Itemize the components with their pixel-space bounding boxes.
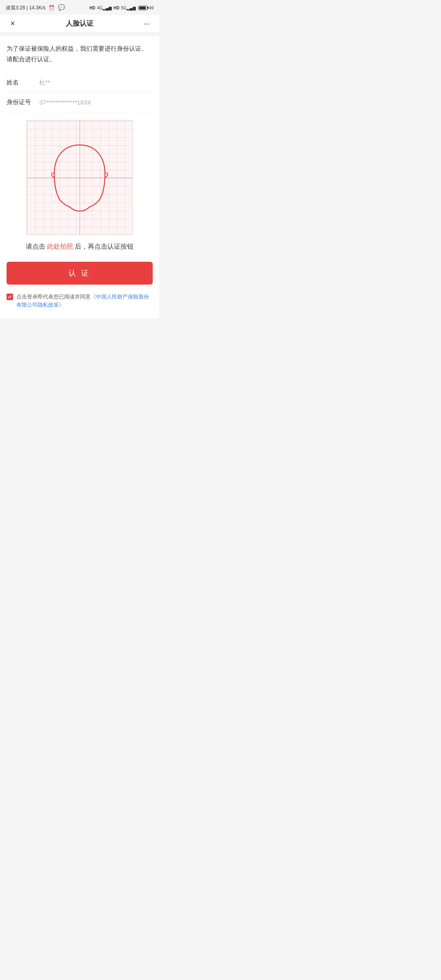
network-hd-left: HD xyxy=(89,6,95,10)
id-field-row: 身份证号 37*************183X xyxy=(7,93,153,112)
network-hd-right: HD xyxy=(114,6,119,10)
privacy-checkbox[interactable] xyxy=(7,294,13,300)
more-button[interactable]: ··· xyxy=(140,19,153,28)
bottom-spacer xyxy=(0,318,159,335)
name-field-row: 姓名 杜** xyxy=(7,73,153,93)
signal-4g: 4G▂▄▆ xyxy=(97,6,112,10)
battery-icon xyxy=(138,6,147,10)
face-scan-container[interactable] xyxy=(7,120,153,235)
auth-button[interactable]: 认 证 xyxy=(7,262,153,285)
intro-text: 为了保证被保险人的权益，我们需要进行身份认证。请配合进行认证。 xyxy=(7,43,153,64)
photo-link[interactable]: 此处拍照 xyxy=(47,243,73,250)
face-outline-icon xyxy=(47,137,112,218)
nav-bar: × 人脸认证 ··· xyxy=(0,15,159,33)
main-content: 为了保证被保险人的权益，我们需要进行身份认证。请配合进行认证。 姓名 杜** 身… xyxy=(0,36,159,318)
status-bar: 凌晨3:28 | 14.3K/s ⏰ 💬 HD 4G▂▄▆ HD 5G▂▄▆ 4… xyxy=(0,0,159,15)
clock-icon: ⏰ xyxy=(49,5,55,11)
signal-5g: 5G▂▄▆ xyxy=(121,6,136,10)
privacy-prefix: 点击登录即代表您已阅读并同意 xyxy=(16,294,91,300)
battery-percent: 49 xyxy=(149,6,154,10)
instruction-suffix: 后，再点击认证按钮 xyxy=(73,243,134,250)
page-title: 人脸认证 xyxy=(66,19,94,28)
status-right: HD 4G▂▄▆ HD 5G▂▄▆ 49 xyxy=(89,6,154,10)
privacy-row: 点击登录即代表您已阅读并同意《中国人民财产保险股份有限公司隐私政策》 xyxy=(7,291,153,312)
checkmark-icon xyxy=(8,295,12,299)
status-time: 凌晨3:28 xyxy=(6,5,25,11)
status-speed-value: 14.3K/s xyxy=(29,5,46,11)
id-label: 身份证号 xyxy=(7,98,39,106)
status-time-speed: 凌晨3:28 | 14.3K/s ⏰ 💬 xyxy=(6,4,65,11)
privacy-text: 点击登录即代表您已阅读并同意《中国人民财产保险股份有限公司隐私政策》 xyxy=(16,293,153,310)
name-value: 杜** xyxy=(39,79,50,87)
photo-instruction: 请点击 此处拍照 后，再点击认证按钮 xyxy=(7,241,153,252)
face-scan-box[interactable] xyxy=(27,120,133,235)
instruction-prefix: 请点击 xyxy=(26,243,47,250)
id-value: 37*************183X xyxy=(39,99,91,106)
name-label: 姓名 xyxy=(7,79,39,87)
close-button[interactable]: × xyxy=(7,19,19,28)
chat-icon: 💬 xyxy=(58,4,65,11)
